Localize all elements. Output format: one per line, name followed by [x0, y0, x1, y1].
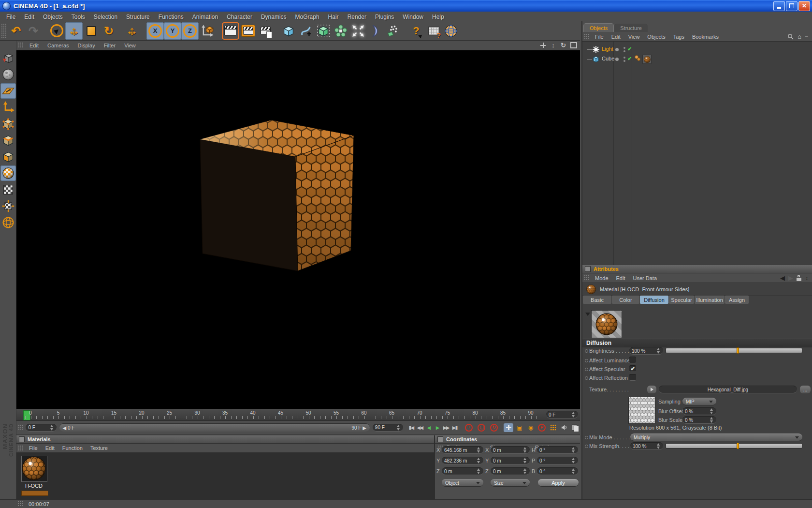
enabled-check-icon[interactable]: ✔	[627, 56, 632, 62]
menubar-item-mograph[interactable]: MoGraph	[291, 14, 324, 20]
close-button[interactable]: ✕	[798, 1, 810, 11]
end-frame-field[interactable]: 90 F	[373, 424, 403, 432]
viewport-pan-icon[interactable]	[539, 42, 547, 49]
object-manager-menu-bookmarks[interactable]: Bookmarks	[688, 34, 723, 40]
pos-y-field[interactable]: 482.236 m	[442, 457, 483, 464]
enable-dots[interactable]	[624, 47, 625, 52]
toolbar-add-hypernurbs[interactable]	[315, 22, 332, 40]
attributes-menu-handle[interactable]	[584, 275, 590, 281]
coordinates-panel-header[interactable]: Coordinates	[435, 435, 580, 444]
toolbar-redo[interactable]: ↷	[25, 22, 42, 40]
viewport-menu-cameras[interactable]: Cameras	[43, 43, 73, 48]
object-row-light[interactable]: Light ✔	[582, 45, 812, 54]
toolbar-render-settings[interactable]	[257, 22, 274, 40]
toolbar-lock-x-axis[interactable]: X	[146, 22, 164, 40]
palette-texture-mode[interactable]	[0, 165, 16, 181]
attributes-panel-header[interactable]: Attributes	[582, 265, 812, 273]
timeline-range-slider[interactable]: ◀ 0 F 90 F ▶	[59, 423, 370, 432]
size-x-field[interactable]: 0 m	[491, 446, 530, 454]
toolbar-lock-z-axis[interactable]: Z	[181, 22, 199, 40]
toolbar-drag-handle[interactable]	[1, 23, 6, 39]
object-manager-menu-tags[interactable]: Tags	[669, 34, 688, 40]
menubar-item-plugins[interactable]: Plugins	[371, 14, 398, 20]
menubar-item-help[interactable]: Help	[428, 14, 449, 20]
transport-play-forward[interactable]: ▶	[433, 424, 442, 432]
materials-menu-file[interactable]: File	[25, 445, 42, 451]
texture-expand-button[interactable]	[647, 386, 656, 393]
rot-b-field[interactable]: 0 °	[537, 467, 578, 475]
material-title-row[interactable]: Material [H-OCD_Front Armour Sides]	[582, 283, 812, 296]
menubar-item-functions[interactable]: Functions	[154, 14, 188, 20]
apply-button[interactable]: Apply	[538, 479, 579, 487]
attr-tab-specular[interactable]: Specular	[669, 296, 694, 304]
palette-object-mode[interactable]	[0, 83, 16, 99]
object-row-cube[interactable]: Cube ✔	[582, 54, 812, 64]
toolbar-coordinate-system[interactable]	[199, 22, 216, 40]
mix-strength-field[interactable]: 100 %	[630, 442, 663, 450]
visibility-dot[interactable]	[615, 48, 619, 51]
preview-collapse-icon[interactable]	[585, 313, 590, 316]
object-manager-menu-objects[interactable]: Objects	[643, 34, 669, 40]
visibility-dot[interactable]	[615, 58, 619, 61]
attr-tab-assign[interactable]: Assign	[725, 296, 749, 304]
mix-mode-dropdown[interactable]: Multiply	[630, 433, 802, 441]
attributes-menu-mode[interactable]: Mode	[591, 275, 612, 281]
toolbar-render-active-view[interactable]	[239, 22, 257, 40]
toolbar-fit-to-view[interactable]	[349, 22, 367, 40]
mix-strength-slider[interactable]	[666, 443, 802, 448]
toolbar-add-deformer[interactable]	[367, 22, 384, 40]
affect-luminance-checkbox[interactable]	[629, 357, 636, 363]
coordinate-mode-dropdown[interactable]: Object	[442, 479, 483, 487]
viewport-rotate-icon[interactable]: ↻	[560, 42, 567, 49]
affect-reflection-checkbox[interactable]	[629, 374, 636, 381]
transport-go-to-end[interactable]: ▶▮	[450, 424, 459, 432]
transport-go-to-start[interactable]: ▮◀	[407, 424, 416, 432]
palette-object-axis-mode[interactable]	[0, 100, 16, 115]
texture-browse-button[interactable]: ...	[800, 386, 811, 393]
palette-make-editable[interactable]	[0, 50, 16, 66]
affect-specular-checkbox[interactable]	[629, 365, 636, 372]
attributes-menu-edit[interactable]: Edit	[612, 275, 629, 281]
viewport-menu-handle[interactable]	[18, 42, 24, 48]
palette-enable-axis-mode[interactable]	[0, 215, 16, 230]
attributes-menu-user-data[interactable]: User Data	[629, 275, 661, 281]
transport-next-frame[interactable]: ▶▶	[442, 424, 450, 432]
palette-model-mode[interactable]	[0, 67, 16, 82]
attr-tab-color[interactable]: Color	[612, 296, 639, 304]
start-frame-field[interactable]: 0 F	[26, 424, 56, 432]
toolbar-rotate-tool[interactable]: ↻	[100, 22, 117, 40]
autokeying-button[interactable]	[504, 423, 513, 432]
tab-structure[interactable]: Structure	[614, 24, 648, 32]
toolbar-lock-y-axis[interactable]: Y	[164, 22, 181, 40]
restore-button[interactable]	[786, 1, 798, 11]
toolbar-add-cube-primitive[interactable]	[280, 22, 297, 40]
attr-tab-illumination[interactable]: Illumination	[695, 296, 725, 304]
sound-toggle-button[interactable]	[559, 423, 569, 432]
object-manager-menu-handle[interactable]	[584, 33, 590, 40]
materials-menu-edit[interactable]: Edit	[42, 445, 58, 451]
keyframe-selection-button[interactable]: ▣	[515, 423, 524, 432]
solo-animation-button[interactable]	[548, 423, 558, 432]
viewport-dolly-icon[interactable]: ↕	[550, 42, 557, 49]
menubar-item-character[interactable]: Character	[222, 14, 257, 20]
transport-drag-handle[interactable]	[18, 424, 23, 431]
size-mode-dropdown[interactable]: Size	[491, 479, 530, 487]
layer-browser-button[interactable]	[570, 423, 580, 432]
menubar-item-edit[interactable]: Edit	[20, 14, 39, 20]
blur-offset-field[interactable]: 0 %	[682, 407, 716, 415]
toolbar-move-tool[interactable]: ↔↕	[65, 22, 83, 40]
viewport-menu-filter[interactable]: Filter	[100, 43, 120, 48]
transport-previous-key[interactable]: ◀◀	[416, 424, 424, 432]
material-name[interactable]: H-OCD	[19, 483, 48, 489]
viewport-menu-edit[interactable]: Edit	[25, 43, 43, 48]
enable-dots[interactable]	[624, 57, 625, 62]
viewport-maximize-icon[interactable]	[570, 42, 577, 49]
menubar-item-selection[interactable]: Selection	[89, 14, 122, 20]
texture-filename-field[interactable]: Hexagonal_Diff.jpg	[659, 386, 797, 393]
attributes-resize-icon[interactable]: ↕	[805, 275, 808, 282]
record-rotation-button[interactable]: ↻	[489, 423, 499, 432]
object-manager-menu-file[interactable]: File	[591, 34, 608, 40]
transport-previous-frame[interactable]: ◀	[424, 424, 433, 432]
record-parameter-button[interactable]: ◉	[526, 423, 536, 432]
attributes-lock-icon[interactable]	[797, 275, 802, 281]
